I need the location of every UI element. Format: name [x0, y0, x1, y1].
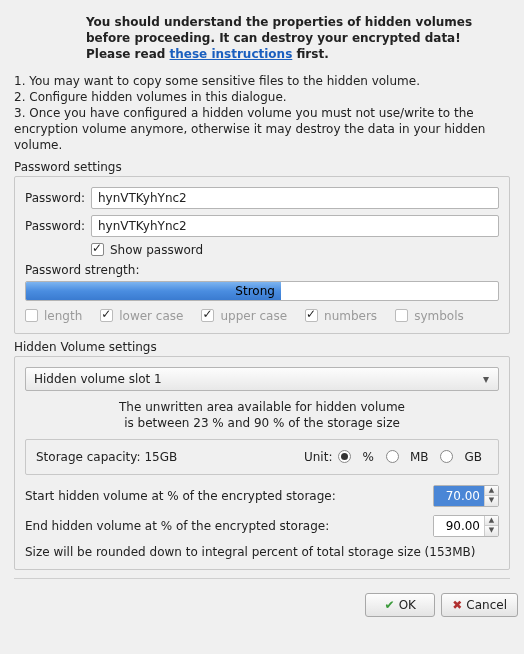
password-strength-bar: Strong — [25, 281, 499, 301]
criteria-length: length — [25, 309, 82, 323]
ok-icon: ✔ — [385, 598, 395, 612]
stepper-up-icon[interactable]: ▲ — [485, 516, 498, 526]
cancel-icon: ✖ — [452, 598, 462, 612]
stepper-down-icon[interactable]: ▼ — [485, 495, 498, 506]
rounding-note: Size will be rounded down to integral pe… — [25, 545, 499, 559]
slot-select[interactable]: Hidden volume slot 1 ▾ — [25, 367, 499, 391]
end-percent-input[interactable] — [434, 516, 484, 536]
show-password-checkbox[interactable]: Show password — [91, 243, 203, 257]
unit-percent-radio[interactable]: % — [338, 450, 379, 464]
start-percent-input[interactable] — [434, 486, 484, 506]
unit-gb-radio[interactable]: GB — [440, 450, 488, 464]
start-percent-label: Start hidden volume at % of the encrypte… — [25, 489, 433, 503]
password-label-2: Password: — [25, 219, 91, 233]
criteria-lower: lower case — [100, 309, 183, 323]
password-field-2[interactable] — [91, 215, 499, 237]
hidden-volume-section-label: Hidden Volume settings — [14, 340, 510, 354]
password-settings-box: Password: Password: Show password Passwo… — [14, 176, 510, 334]
hidden-volume-box: Hidden volume slot 1 ▾ The unwritten are… — [14, 356, 510, 570]
stepper-down-icon[interactable]: ▼ — [485, 525, 498, 536]
chevron-down-icon: ▾ — [478, 372, 494, 386]
cancel-button[interactable]: ✖ Cancel — [441, 593, 518, 617]
criteria-upper: upper case — [201, 309, 287, 323]
storage-capacity: Storage capacity: 15GB — [36, 450, 298, 464]
password-field-1[interactable] — [91, 187, 499, 209]
end-percent-label: End hidden volume at % of the encrypted … — [25, 519, 433, 533]
unit-mb-radio[interactable]: MB — [386, 450, 435, 464]
ok-button[interactable]: ✔ OK — [365, 593, 435, 617]
unit-label: Unit: — [304, 450, 332, 464]
password-strength-label: Password strength: — [25, 263, 499, 277]
password-label-1: Password: — [25, 191, 91, 205]
available-area-hint: The unwritten area available for hidden … — [25, 399, 499, 431]
start-percent-stepper[interactable]: ▲▼ — [433, 485, 499, 507]
stepper-up-icon[interactable]: ▲ — [485, 486, 498, 496]
instructions-link[interactable]: these instructions — [170, 47, 293, 61]
criteria-numbers: numbers — [305, 309, 377, 323]
steps-text: 1. You may want to copy some sensitive f… — [14, 73, 510, 154]
end-percent-stepper[interactable]: ▲▼ — [433, 515, 499, 537]
checkbox-icon — [91, 243, 104, 256]
criteria-symbols: symbols — [395, 309, 464, 323]
warning-text: You should understand the properties of … — [86, 14, 502, 63]
password-section-label: Password settings — [14, 160, 510, 174]
password-strength-value: Strong — [235, 284, 275, 298]
separator — [14, 578, 510, 579]
